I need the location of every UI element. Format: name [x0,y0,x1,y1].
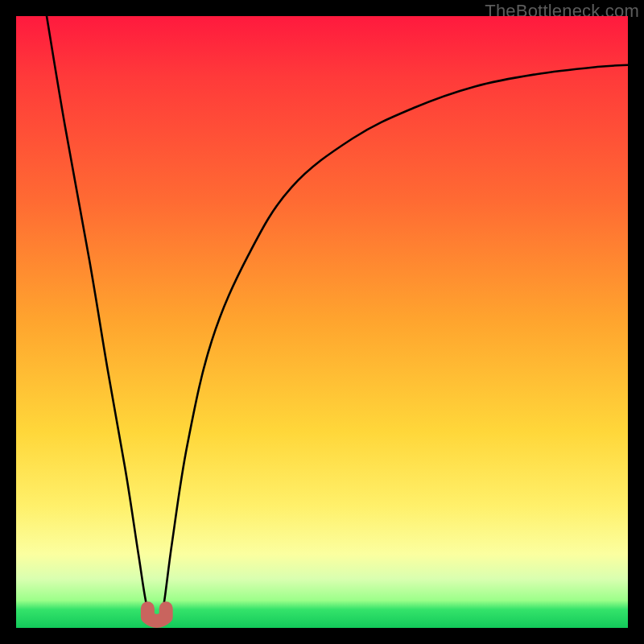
dip-marker [147,609,166,621]
chart-frame: TheBottleneck.com [0,0,644,644]
curve-layer [16,16,628,628]
plot-area [16,16,628,628]
bottleneck-curve [47,16,628,622]
